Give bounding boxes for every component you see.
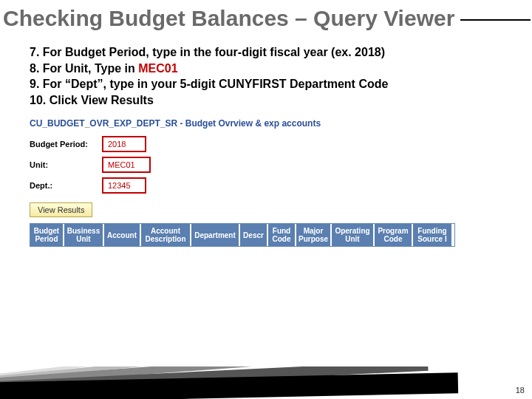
form-row-budget-period: Budget Period: 2018	[30, 136, 429, 152]
dept-input[interactable]: 12345	[102, 177, 146, 194]
instruction-line: 7. For Budget Period, type in the four-d…	[30, 44, 526, 61]
col-operating-unit: Operating Unit	[332, 224, 375, 246]
col-major-purpose: Major Purpose	[296, 224, 332, 246]
col-budget-period: Budget Period	[30, 224, 64, 246]
instruction-num: 9.	[30, 78, 39, 90]
form-row-dept: Dept.: 12345	[30, 177, 429, 194]
page-number: 18	[516, 386, 525, 395]
instruction-num: 7.	[30, 46, 39, 58]
col-department: Department	[191, 224, 240, 246]
instruction-text-prefix: For Unit, Type in	[43, 62, 138, 75]
col-fund-code: Fund Code	[268, 224, 296, 246]
unit-input[interactable]: MEC01	[102, 157, 151, 173]
result-header: Budget Period Business Unit Account Acco…	[30, 223, 455, 247]
col-account: Account	[104, 224, 141, 246]
footer-art	[0, 366, 532, 399]
budget-period-label: Budget Period:	[30, 140, 102, 149]
instruction-text: Click View Results	[50, 94, 154, 106]
view-results-button[interactable]: View Results	[30, 202, 92, 217]
instruction-line: 8. For Unit, Type in MEC01	[30, 61, 526, 77]
col-business-unit: Business Unit	[64, 224, 104, 246]
dept-label: Dept.:	[30, 181, 102, 190]
query-panel: CU_BUDGET_OVR_EXP_DEPT_SR - Budget Ovrvi…	[30, 118, 429, 247]
col-program-code: Program Code	[375, 224, 413, 246]
instruction-text: For Budget Period, type in the four-digi…	[43, 46, 385, 58]
col-descr: Descr	[240, 224, 268, 246]
col-account-description: Account Description	[141, 224, 191, 246]
col-funding-source: Funding Source I	[413, 224, 451, 246]
instruction-line: 10. Click View Results	[30, 92, 526, 109]
instruction-num: 8.	[30, 62, 39, 75]
title-bar: Checking Budget Balances – Query Viewer	[1, 3, 531, 40]
unit-label: Unit:	[30, 160, 102, 169]
instruction-highlight: MEC01	[138, 62, 177, 75]
instruction-line: 9. For “Dept”, type in your 5-digit CUNY…	[30, 76, 526, 92]
instruction-text: For “Dept”, type in your 5-digit CUNYFIR…	[43, 78, 389, 90]
query-name: CU_BUDGET_OVR_EXP_DEPT_SR - Budget Ovrvi…	[30, 118, 429, 129]
instructions-block: 7. For Budget Period, type in the four-d…	[30, 44, 526, 108]
page-title: Checking Budget Balances – Query Viewer	[1, 3, 460, 34]
form-row-unit: Unit: MEC01	[30, 157, 429, 173]
budget-period-input[interactable]: 2018	[102, 136, 146, 152]
instruction-num: 10.	[30, 94, 46, 106]
